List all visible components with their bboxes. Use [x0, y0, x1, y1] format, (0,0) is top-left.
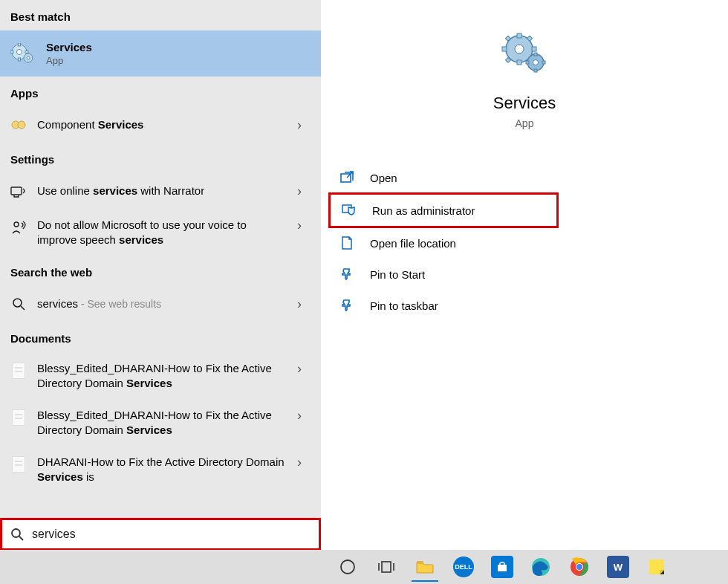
action-run-as-administrator[interactable]: Run as administrator [328, 192, 559, 228]
svg-rect-19 [532, 47, 536, 51]
svg-rect-4 [10, 51, 13, 53]
document-result[interactable]: Blessy_Edited_DHARANI-How to Fix the Act… [0, 352, 321, 399]
svg-point-9 [18, 121, 25, 129]
svg-rect-2 [19, 43, 21, 46]
document-icon [10, 456, 27, 473]
setting-result-label: Do not allow Microsoft to use your voice… [37, 218, 287, 247]
taskbar-store[interactable] [484, 552, 520, 582]
svg-line-13 [21, 306, 25, 310]
svg-rect-26 [534, 53, 537, 56]
search-results-panel: Best match Services App Apps Comp [0, 0, 321, 547]
pin-taskbar-icon [339, 297, 355, 314]
svg-point-25 [533, 60, 539, 65]
document-icon [10, 363, 27, 379]
svg-rect-17 [517, 60, 521, 65]
search-icon [8, 525, 26, 543]
svg-rect-38 [417, 561, 423, 564]
taskbar-chrome[interactable] [562, 552, 597, 582]
chevron-right-icon: › [297, 184, 311, 199]
svg-rect-18 [502, 47, 507, 51]
chevron-right-icon: › [297, 117, 311, 133]
open-icon [339, 169, 355, 186]
svg-line-33 [19, 536, 23, 540]
voice-icon [10, 219, 27, 236]
svg-point-15 [515, 45, 524, 53]
admin-shield-icon [341, 202, 357, 218]
svg-rect-35 [382, 562, 391, 572]
details-subtitle: App [516, 117, 534, 129]
app-result-label: Component Services [37, 117, 287, 132]
document-result-label: Blessy_Edited_DHARANI-How to Fix the Act… [37, 361, 287, 390]
services-gear-icon [10, 44, 34, 63]
document-result[interactable]: Blessy_Edited_DHARANI-How to Fix the Act… [0, 399, 321, 446]
svg-point-43 [576, 564, 582, 570]
svg-point-34 [341, 560, 354, 574]
svg-rect-39 [498, 565, 507, 571]
details-panel: Services App Open Run as administrator [321, 0, 728, 547]
svg-point-11 [14, 222, 19, 227]
svg-rect-27 [534, 69, 537, 72]
action-open-file-location[interactable]: Open file location [328, 227, 728, 259]
web-header: Search the web [0, 256, 321, 286]
best-match-item[interactable]: Services App [0, 30, 321, 77]
action-pin-to-start[interactable]: Pin to Start [328, 259, 728, 290]
taskbar-file-explorer[interactable] [407, 552, 443, 582]
svg-point-7 [27, 56, 30, 59]
document-result[interactable]: DHARANI-How to Fix the Active Directory … [0, 446, 321, 493]
svg-rect-16 [517, 33, 521, 38]
chevron-right-icon: › [297, 408, 311, 424]
services-large-icon [501, 30, 548, 77]
action-label: Open file location [370, 237, 456, 250]
best-match-header: Best match [0, 0, 321, 30]
action-pin-to-taskbar[interactable]: Pin to taskbar [328, 290, 728, 321]
svg-point-32 [12, 529, 20, 537]
taskbar-word[interactable]: W [600, 552, 636, 582]
taskbar-cortana[interactable] [330, 552, 365, 582]
svg-point-1 [17, 50, 22, 55]
document-result-label: DHARANI-How to Fix the Active Directory … [37, 455, 287, 484]
best-match-subtitle: App [46, 55, 92, 66]
settings-header: Settings [0, 143, 321, 173]
web-result[interactable]: services - See web results › [0, 286, 321, 322]
app-result-component-services[interactable]: Component Services › [0, 107, 321, 143]
folder-location-icon [339, 235, 355, 251]
setting-result-speech[interactable]: Do not allow Microsoft to use your voice… [0, 209, 321, 256]
svg-rect-10 [11, 187, 22, 195]
narrator-icon [10, 183, 27, 199]
action-list: Open Run as administrator Open file loca… [321, 162, 728, 321]
taskbar: DELL W [0, 550, 728, 584]
search-bar[interactable] [0, 518, 321, 551]
action-label: Pin to taskbar [370, 299, 438, 312]
setting-result-label: Use online services with Narrator [37, 184, 287, 198]
document-icon [10, 409, 27, 426]
taskbar-edge[interactable] [523, 552, 559, 582]
component-services-icon [10, 117, 27, 133]
document-result-label: Blessy_Edited_DHARANI-How to Fix the Act… [37, 408, 287, 437]
svg-rect-29 [542, 61, 545, 64]
svg-point-12 [13, 299, 22, 307]
chevron-right-icon: › [297, 296, 311, 312]
taskbar-dell[interactable]: DELL [446, 552, 481, 582]
chevron-right-icon: › [297, 361, 311, 377]
pin-start-icon [339, 266, 355, 282]
svg-rect-3 [19, 58, 21, 61]
web-result-label: services - See web results [37, 296, 287, 311]
chevron-right-icon: › [297, 455, 311, 470]
chevron-right-icon: › [297, 218, 311, 233]
taskbar-sticky-notes[interactable] [639, 552, 675, 582]
svg-rect-5 [25, 51, 28, 53]
details-title: Services [493, 94, 556, 113]
search-input[interactable] [26, 523, 313, 545]
action-label: Open [370, 172, 397, 184]
svg-rect-28 [526, 61, 529, 64]
apps-header: Apps [0, 77, 321, 107]
taskbar-task-view[interactable] [368, 552, 404, 582]
action-open[interactable]: Open [328, 162, 728, 193]
action-label: Run as administrator [372, 204, 475, 217]
setting-result-narrator[interactable]: Use online services with Narrator › [0, 173, 321, 209]
best-match-title: Services [46, 41, 92, 53]
search-icon [10, 296, 27, 312]
action-label: Pin to Start [370, 268, 425, 281]
documents-header: Documents [0, 322, 321, 352]
